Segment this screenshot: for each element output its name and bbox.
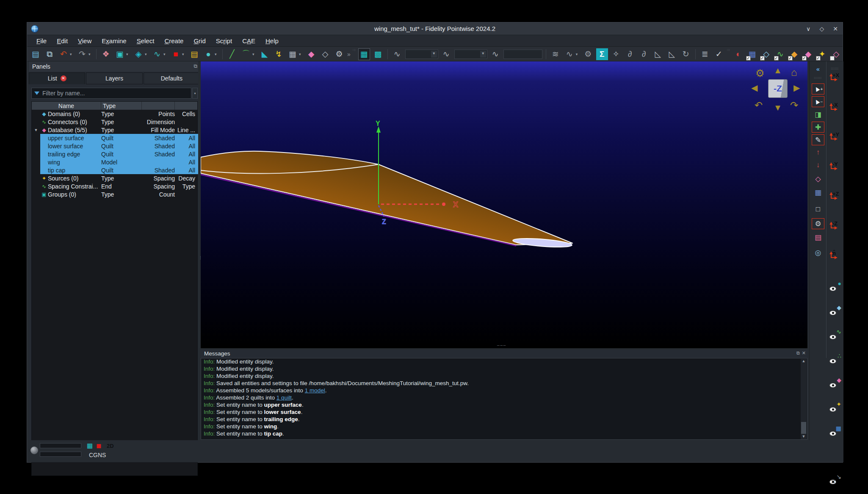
tree-header-name[interactable]: Name [32, 102, 101, 110]
show-database-surfaces-eye-icon[interactable]: ◆ [829, 305, 841, 316]
view-plus-x-button[interactable]: +X [829, 72, 841, 83]
viewport-splitter-grip[interactable]: ┄┄┄ [497, 344, 506, 348]
examine-check-icon[interactable]: ✓ [713, 48, 725, 60]
save-icon[interactable]: ▤ [30, 48, 41, 60]
tab-layers[interactable]: Layers [86, 72, 142, 84]
select-subtract-icon[interactable]: ▲− [812, 96, 824, 107]
tab-list[interactable]: List ✕ [29, 72, 85, 84]
home-view-icon[interactable]: ⌂ [791, 67, 797, 78]
mesh-diamond-dropdown-arrow[interactable]: ▾ [145, 52, 149, 56]
project-lightning-icon[interactable]: ↯ [273, 48, 285, 60]
toggle-swatch-icon[interactable]: ◨ [812, 109, 824, 120]
redo-icon[interactable]: ↷ [76, 48, 88, 60]
show-connectors-eye-icon[interactable]: ∿ [829, 329, 841, 340]
connector-spline-dropdown-arrow[interactable]: ▾ [163, 52, 168, 56]
menu-select[interactable]: Select [133, 36, 159, 45]
undock-icon[interactable]: ⧉ [194, 63, 197, 69]
tree-header-col2[interactable] [142, 102, 175, 110]
solver-cube-icon[interactable]: ◼ [96, 442, 101, 450]
toolbar-grip[interactable]: ∷∷ [727, 49, 730, 59]
show-quilts-icon[interactable]: ◇ [830, 48, 842, 60]
title-bar[interactable]: wing_mesh_tut* - Fidelity Pointwise 2024… [27, 22, 843, 35]
connector-tools-icon[interactable]: ∿ [564, 48, 575, 60]
scroll-down-arrow[interactable]: ▼ [801, 434, 807, 440]
mask-toggle-icon[interactable]: ◐ [733, 48, 744, 60]
draw-curve-icon[interactable]: ⌒ [240, 48, 252, 60]
spacing-begin-icon[interactable]: ∿ [391, 48, 403, 60]
measure-ruler-icon[interactable]: ≣ [699, 48, 711, 60]
select-gear-icon[interactable]: ⚙ [812, 218, 824, 229]
probe-pen-icon[interactable]: ✎ [812, 134, 824, 145]
show-database-eye-icon[interactable]: ◆ [829, 377, 841, 389]
expander-icon[interactable]: ▼ [32, 126, 40, 134]
messages-log[interactable]: Info: Modified entity display.Info: Modi… [201, 358, 807, 440]
tree-row-connectors-0-[interactable]: ∿Connectors (0)TypeDimension [32, 118, 197, 126]
partial-derivative-2-icon[interactable]: ∂ [638, 48, 650, 60]
hide-axes-eye-icon[interactable]: ↘ [829, 474, 841, 485]
color-swatch-icon[interactable]: ■ [170, 48, 182, 60]
solid-cube-dropdown-arrow[interactable]: ▾ [126, 52, 130, 56]
view-minus-z-button[interactable]: -Z [829, 220, 841, 231]
messages-close-icon[interactable]: ✕ [802, 350, 806, 356]
rotate-up-arrow[interactable]: ▲ [774, 66, 782, 75]
menu-examine[interactable]: Examine [97, 36, 130, 45]
show-surfaces-icon[interactable]: ◇✓ [760, 48, 772, 60]
menu-create[interactable]: Create [160, 36, 188, 45]
copy-page-icon[interactable]: ⧉ [44, 48, 55, 60]
show-globe-eye-icon[interactable]: ● [829, 281, 841, 292]
surface-fan-icon[interactable]: ◣ [259, 48, 271, 60]
partial-derivative-1-icon[interactable]: ∂ [624, 48, 636, 60]
menu-edit[interactable]: Edit [53, 36, 72, 45]
show-sources-icon[interactable]: ✦✓ [816, 48, 828, 60]
assemble-wrench-icon[interactable]: ⚙ [333, 48, 345, 60]
paint-palette-icon[interactable]: ❖ [100, 48, 112, 60]
show-grid-eye-icon[interactable]: ▦ [829, 426, 841, 437]
solve-cube-dropdown-arrow[interactable]: ▾ [299, 52, 303, 56]
toolbar-overflow-icon[interactable]: » [347, 51, 351, 58]
unstructured-mesh-icon[interactable]: ▩ [372, 48, 384, 60]
maximize-button[interactable]: ◇ [817, 25, 827, 32]
tree-row-upper-surface[interactable]: upper surfaceQuiltShadedAll [32, 134, 197, 142]
block-stack-icon[interactable]: ▦ [812, 187, 824, 198]
surface-gray-icon[interactable]: ◇ [319, 48, 331, 60]
menu-script[interactable]: Script [212, 36, 236, 45]
show-sources-eye-icon[interactable]: ✦ [829, 402, 841, 413]
view-plus-z-button[interactable]: +Z [829, 190, 841, 201]
show-sources-checkbox[interactable]: ✓ [816, 56, 821, 61]
hide-ghost-icon[interactable]: ● [202, 48, 214, 60]
two-point-line-icon[interactable]: ╱ [226, 48, 238, 60]
triangle-plus-icon[interactable]: ◺ [652, 48, 664, 60]
lower-entity-icon[interactable]: ↓ [812, 160, 824, 171]
tree-row-domains-0-[interactable]: ◆Domains (0)TypePointsCells [32, 110, 197, 118]
message-link[interactable]: 1 quilt [276, 394, 292, 401]
tree-row-sources-0-[interactable]: ✦Sources (0)TypeSpacingDecay [32, 174, 197, 182]
spacing-end-select[interactable] [454, 50, 487, 59]
select-add-icon[interactable]: ▲+ [812, 83, 824, 94]
zoom-magnifier-icon[interactable]: ◎ [812, 247, 824, 258]
messages-scrollbar[interactable]: ▲ ▼ [801, 359, 807, 440]
viewport-canvas[interactable]: Y X Z ⚙ ▲ ⌂ ◀ -Z ▶ ↶ ▼ ↷ ┄┄┄ [201, 61, 807, 348]
show-database-checkbox[interactable]: ✓ [802, 56, 807, 61]
connector-tools-dropdown-arrow[interactable]: ▾ [576, 52, 580, 56]
show-blocks-checkbox[interactable]: ✓ [746, 56, 751, 61]
show-domains-icon[interactable]: ◆✓ [788, 48, 800, 60]
menu-grid[interactable]: Grid [189, 36, 210, 45]
triangle-minus-icon[interactable]: ◺ [666, 48, 678, 60]
tree-row-groups-0-[interactable]: ▣Groups (0)TypeCount [32, 190, 197, 198]
solid-cube-icon[interactable]: ▣ [114, 48, 126, 60]
show-blocks-icon[interactable]: ▦✓ [746, 48, 758, 60]
roll-cw-arrow[interactable]: ↷ [790, 100, 798, 111]
view-settings-gear-icon[interactable]: ⚙ [755, 67, 765, 79]
show-points-eye-icon[interactable]: ∴ [829, 353, 841, 364]
sum-grid-icon[interactable]: Σ [596, 48, 608, 60]
view-plus-y-button[interactable]: +Y [829, 131, 841, 142]
rotate-left-arrow[interactable]: ◀ [751, 83, 757, 93]
message-link[interactable]: 1 model [305, 387, 325, 394]
tree-row-tip-cap[interactable]: tip capQuiltShadedAll [32, 166, 197, 174]
messages-undock-icon[interactable]: ⧉ [796, 350, 800, 356]
tree-row-lower-surface[interactable]: lower surfaceQuiltShadedAll [32, 142, 197, 150]
connector-spline-icon[interactable]: ∿ [151, 48, 163, 60]
raise-entity-icon[interactable]: ↑ [812, 147, 824, 158]
menu-file[interactable]: File [32, 36, 51, 45]
undo-icon[interactable]: ↶ [58, 48, 69, 60]
